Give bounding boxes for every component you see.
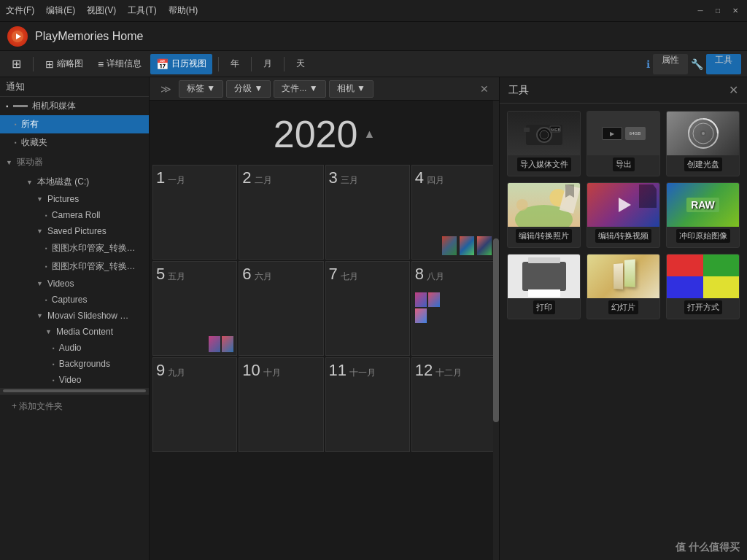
create-disc-tool[interactable]: 创建光盘 bbox=[666, 111, 740, 176]
rating-label: 分级 ▼ bbox=[234, 82, 263, 95]
year-up-arrow[interactable]: ▲ bbox=[363, 128, 375, 141]
grid-icon: ⊞ bbox=[45, 58, 54, 70]
watermark: 值 什么值得买 bbox=[676, 541, 740, 554]
sidebar-item-camera-media[interactable]: ▪ 相机和媒体 bbox=[0, 97, 149, 115]
all-bullet: ▪ bbox=[15, 121, 17, 128]
edit-photo-tool[interactable]: 编辑/转换照片 bbox=[507, 182, 581, 248]
collapse-button[interactable]: ≫ bbox=[155, 80, 176, 98]
sidebar-item-saved-sub2[interactable]: ▪ 图图水印管家_转换目录 bbox=[0, 257, 149, 276]
toolbar-separator-2 bbox=[218, 57, 219, 71]
sub2-bullet: ▪ bbox=[45, 263, 47, 270]
raw-print-tool[interactable]: RAW 冲印原始图像 bbox=[666, 182, 740, 248]
menu-edit[interactable]: 编辑(E) bbox=[46, 4, 75, 17]
tools-close-button[interactable]: ✕ bbox=[729, 83, 738, 97]
month-cell-9[interactable]: 9 九月 bbox=[152, 357, 237, 452]
close-button[interactable]: ✕ bbox=[729, 5, 741, 17]
menu-file[interactable]: 文件(F) bbox=[6, 4, 34, 17]
month-12-name: 十二月 bbox=[436, 367, 462, 379]
month-11-content bbox=[329, 383, 406, 448]
sidebar-item-local-disk[interactable]: ▼ 本地磁盘 (C:) bbox=[0, 173, 149, 191]
sidebar-item-captures[interactable]: ▪ Captures bbox=[0, 292, 149, 308]
sidebar-section-drives[interactable]: ▼ 驱动器 bbox=[0, 152, 149, 173]
rating-filter-button[interactable]: 分级 ▼ bbox=[226, 80, 271, 98]
fav-bullet: ▪ bbox=[15, 139, 17, 146]
export-label: 导出 bbox=[613, 158, 635, 171]
month-cell-8[interactable]: 8 八月 bbox=[411, 261, 496, 356]
minimize-button[interactable]: ─ bbox=[694, 5, 706, 17]
month-10-num: 10 bbox=[242, 361, 260, 380]
month-9-content bbox=[156, 383, 233, 448]
app-header: PlayMemories Home bbox=[0, 22, 747, 51]
sidebar-item-favorites[interactable]: ▪ 收藏夹 bbox=[0, 133, 149, 152]
menu-view[interactable]: 视图(V) bbox=[87, 4, 116, 17]
raw-bg: RAW bbox=[667, 183, 739, 227]
sidebar-horizontal-scrollbar[interactable] bbox=[0, 388, 149, 394]
month-1-content bbox=[156, 190, 233, 256]
toolbar-separator-3 bbox=[251, 57, 252, 71]
month-cell-12[interactable]: 12 十二月 bbox=[411, 357, 496, 452]
file-filter-button[interactable]: 文件... ▼ bbox=[274, 80, 325, 98]
photo-thumb-4a bbox=[442, 236, 457, 255]
monitor-icon-btn[interactable]: ⊞ bbox=[6, 54, 27, 74]
month-cell-10[interactable]: 10 十月 bbox=[239, 357, 323, 452]
month-11-header: 11 十一月 bbox=[329, 361, 406, 380]
sidebar-item-saved-pictures[interactable]: ▼ Saved Pictures bbox=[0, 223, 149, 239]
tools-title: 工具 bbox=[508, 84, 529, 97]
month-cell-6[interactable]: 6 六月 bbox=[239, 261, 323, 356]
slideshow-label: 幻灯片 bbox=[608, 300, 638, 314]
calendar-view-button[interactable]: 📅 日历视图 bbox=[150, 54, 212, 74]
edit-video-tool[interactable]: 编辑/转换视频 bbox=[587, 182, 660, 248]
menu-help[interactable]: 帮助(H) bbox=[169, 4, 198, 17]
maximize-button[interactable]: □ bbox=[712, 5, 724, 17]
edit-video-bg bbox=[587, 183, 659, 227]
month-cell-1[interactable]: 1 一月 bbox=[152, 165, 237, 260]
sidebar-item-movavi[interactable]: ▼ Movavi Slideshow Make... bbox=[0, 308, 149, 324]
tools-button[interactable]: 工具 bbox=[706, 54, 741, 74]
calendar-area[interactable]: 2020 ▲ 1 一月 2 二月 bbox=[150, 101, 499, 560]
add-folder-button[interactable]: + 添加文件夹 bbox=[0, 394, 149, 419]
month-4-content bbox=[415, 190, 492, 256]
slideshow-tool[interactable]: 幻灯片 bbox=[587, 254, 660, 319]
sidebar-item-videos[interactable]: ▼ Videos bbox=[0, 276, 149, 292]
sidebar-item-media-content[interactable]: ▼ Media Content bbox=[0, 324, 149, 340]
month-cell-2[interactable]: 2 二月 bbox=[239, 165, 323, 260]
sidebar-item-all[interactable]: ▪ 所有 bbox=[0, 115, 149, 133]
photo-8b bbox=[428, 292, 440, 307]
svg-point-5 bbox=[540, 131, 549, 139]
slideshow-bg bbox=[587, 254, 659, 298]
export-tool[interactable]: ▶ 64GB 导出 bbox=[587, 111, 660, 176]
tag-filter-button[interactable]: 标签 ▼ bbox=[179, 80, 223, 98]
sidebar-item-saved-sub1[interactable]: ▪ 图图水印管家_转换目... bbox=[0, 239, 149, 257]
month-view-button[interactable]: 月 bbox=[258, 54, 278, 74]
month-8-name: 八月 bbox=[427, 271, 444, 283]
month-cell-7[interactable]: 7 七月 bbox=[325, 261, 410, 356]
sidebar-item-backgrounds[interactable]: ▪ Backgrounds bbox=[0, 356, 149, 372]
month-8-header: 8 八月 bbox=[415, 265, 492, 284]
menu-tools[interactable]: 工具(T) bbox=[128, 4, 156, 17]
sidebar-item-audio[interactable]: ▪ Audio bbox=[0, 340, 149, 356]
open-with-tool[interactable]: 打开方式 bbox=[666, 254, 740, 319]
month-cell-3[interactable]: 3 三月 bbox=[325, 165, 410, 260]
properties-button[interactable]: 属性 bbox=[653, 54, 688, 74]
month-cell-4[interactable]: 4 四月 bbox=[411, 165, 496, 260]
filter-close-button[interactable]: ✕ bbox=[476, 80, 493, 98]
camera-filter-button[interactable]: 相机 ▼ bbox=[329, 80, 374, 98]
import-media-tool[interactable]: 64GB 导入媒体文件 bbox=[507, 111, 581, 176]
month-3-name: 三月 bbox=[341, 174, 358, 187]
day-view-button[interactable]: 天 bbox=[290, 54, 311, 74]
month-2-header: 2 二月 bbox=[242, 168, 320, 187]
thumbnail-view-button[interactable]: ⊞ 縮略图 bbox=[39, 54, 89, 74]
sidebar-item-video[interactable]: ▪ Video bbox=[0, 372, 149, 388]
sidebar-item-pictures[interactable]: ▼ Pictures bbox=[0, 191, 149, 207]
filter-bar: ≫ 标签 ▼ 分级 ▼ 文件... ▼ 相机 ▼ ✕ bbox=[150, 77, 499, 101]
print-tool[interactable]: 打印 bbox=[507, 254, 581, 319]
year-view-button[interactable]: 年 bbox=[225, 54, 245, 74]
sidebar-item-camera-roll[interactable]: ▪ Camera Roll bbox=[0, 207, 149, 223]
sidebar: 通知 ▪ 相机和媒体 ▪ 所有 ▪ 收藏夹 ▼ 驱动器 ▼ 本地磁盘 (C:) bbox=[0, 77, 150, 560]
month-1-header: 1 一月 bbox=[156, 168, 233, 187]
month-cell-11[interactable]: 11 十一月 bbox=[325, 357, 410, 452]
month-cell-5[interactable]: 5 五月 bbox=[152, 261, 237, 356]
month-6-name: 六月 bbox=[255, 271, 272, 283]
content-area: ≫ 标签 ▼ 分级 ▼ 文件... ▼ 相机 ▼ ✕ 2020 ▲ bbox=[150, 77, 499, 560]
detail-view-button[interactable]: ≡ 详细信息 bbox=[92, 54, 147, 74]
